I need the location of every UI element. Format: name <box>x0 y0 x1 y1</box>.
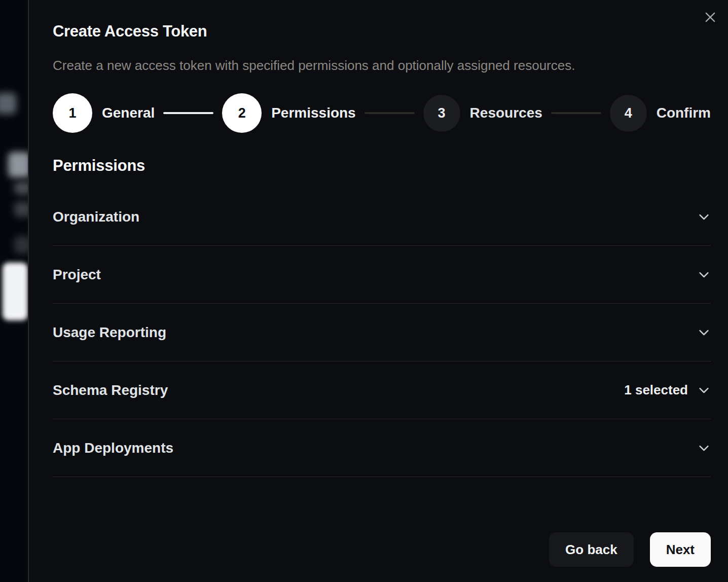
chevron-down-icon <box>697 441 711 455</box>
step-number-circle: 4 <box>610 95 647 132</box>
step-number-circle: 3 <box>423 95 460 132</box>
step-label: General <box>102 105 155 121</box>
selected-count: 1 selected <box>624 382 688 398</box>
accordion-label: Schema Registry <box>53 382 168 398</box>
permissions-heading: Permissions <box>53 157 711 175</box>
background-blur-shape <box>8 152 30 177</box>
step-resources[interactable]: 3 Resources <box>423 95 542 132</box>
accordion-label: Usage Reporting <box>53 324 166 341</box>
step-label: Confirm <box>657 105 711 121</box>
step-label: Permissions <box>271 105 356 121</box>
next-button[interactable]: Next <box>650 532 711 567</box>
accordion-row-usage-reporting[interactable]: Usage Reporting <box>53 304 711 361</box>
background-blur-button <box>3 263 28 320</box>
step-connector <box>163 112 213 114</box>
step-number-circle: 2 <box>222 93 262 133</box>
modal-description: Create a new access token with specified… <box>53 58 711 74</box>
step-label: Resources <box>470 105 542 121</box>
modal-footer: Go back Next <box>549 532 711 567</box>
accordion-row-project[interactable]: Project <box>53 246 711 304</box>
step-connector <box>551 112 601 114</box>
chevron-down-icon <box>697 210 711 224</box>
accordion-label: Organization <box>53 209 139 225</box>
permissions-accordion: Organization Project Usage Reporting <box>53 188 711 477</box>
chevron-down-icon <box>697 268 711 281</box>
background-blur-shape <box>0 93 16 114</box>
close-icon[interactable] <box>702 9 718 25</box>
accordion-row-organization[interactable]: Organization <box>53 188 711 246</box>
accordion-label: App Deployments <box>53 440 173 456</box>
step-confirm[interactable]: 4 Confirm <box>610 95 711 132</box>
accordion-row-schema-registry[interactable]: Schema Registry 1 selected <box>53 361 711 419</box>
step-connector <box>365 112 415 114</box>
wizard-stepper: 1 General 2 Permissions 3 Resources 4 Co… <box>53 93 711 133</box>
modal-title: Create Access Token <box>53 22 711 41</box>
step-number-circle: 1 <box>53 93 92 133</box>
step-general[interactable]: 1 General <box>53 93 155 133</box>
accordion-row-app-deployments[interactable]: App Deployments <box>53 419 711 477</box>
create-access-token-modal: Create Access Token Create a new access … <box>28 0 728 582</box>
chevron-down-icon <box>697 383 711 397</box>
accordion-label: Project <box>53 267 101 283</box>
go-back-button[interactable]: Go back <box>549 532 634 567</box>
chevron-down-icon <box>697 325 711 339</box>
step-permissions[interactable]: 2 Permissions <box>222 93 356 133</box>
